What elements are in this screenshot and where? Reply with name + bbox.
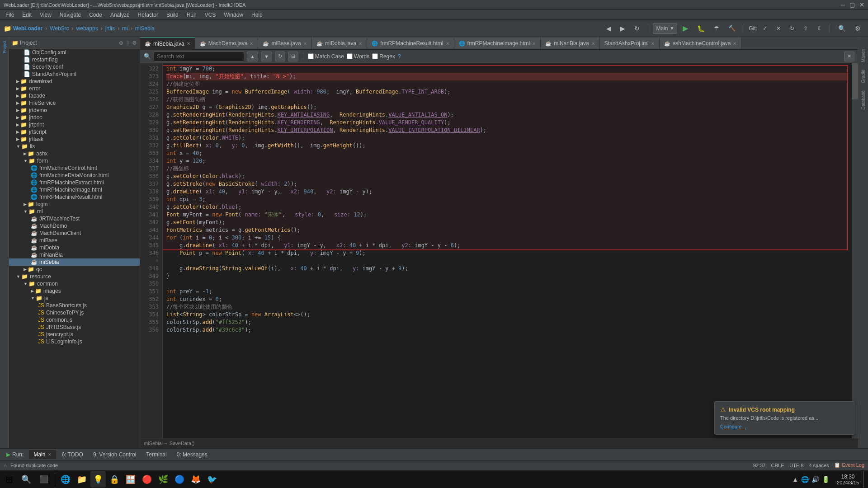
taskbar-app2[interactable]: 🪟 [123,471,138,488]
line-ending[interactable]: CRLF [771,463,784,468]
tree-item[interactable]: ☕ JRTMachineTest [9,215,140,222]
tab-close-btn[interactable]: ✕ [446,41,449,46]
menu-run[interactable]: Run [183,11,200,19]
words-option[interactable]: Words [347,53,369,60]
regex-checkbox[interactable] [372,53,378,59]
window-controls[interactable]: ─ ▢ ✕ [841,1,864,8]
tree-item[interactable]: ▶ 📁 login [9,201,140,208]
tree-item[interactable]: ▼ 📁 js [9,295,140,302]
git-x-btn[interactable]: ✕ [773,23,784,34]
tree-item[interactable]: 📄 ObjConfig.xml [9,49,140,56]
menu-window[interactable]: Window [220,11,247,19]
build-btn[interactable]: 🔨 [725,23,739,34]
tab-close-btn[interactable]: ✕ [303,41,307,46]
tree-item[interactable]: 🌐 frmRPMachineExtract.html [9,179,140,186]
menu-file[interactable]: File [2,11,18,19]
toolbar-mi[interactable]: mi [122,25,128,32]
toolbar-misebia[interactable]: miSebia [135,25,155,32]
tray-battery-icon[interactable]: 🔋 [822,476,830,483]
tree-item[interactable]: ▶ 📁 facade [9,92,140,99]
taskbar-files[interactable]: 📁 [74,471,90,488]
tree-item[interactable]: ▶ 📁 jrttask [9,136,140,143]
tree-item[interactable]: JS ChineseToPY.js [9,309,140,316]
notif-configure-link[interactable]: Configure... [720,424,746,429]
tree-item[interactable]: JS BaseShortcuts.js [9,302,140,309]
tab-close-btn[interactable]: ✕ [532,41,536,46]
tree-item[interactable]: ☕ miBase [9,237,140,244]
run-config-selector[interactable]: Main ▼ [653,23,677,34]
tab-misebia[interactable]: ☕ miSebia.java ✕ [140,38,195,49]
tab-machdemo[interactable]: ☕ MachDemo.java ✕ [195,38,259,49]
tree-item[interactable]: JS JRTBSBase.js [9,324,140,331]
find-close-btn[interactable]: ✕ [844,52,854,61]
settings-btn[interactable]: ⚙ [851,23,864,34]
start-btn[interactable]: ⊞ [2,471,17,488]
run-btn[interactable]: ▶ [679,23,692,34]
tree-item[interactable]: ▶ 📁 FileService [9,99,140,107]
tab-close-btn[interactable]: ✕ [250,41,253,46]
show-desktop-btn[interactable] [863,471,866,488]
git-arrow-btn[interactable]: ⇧ [800,23,811,34]
tree-item[interactable]: JS common.js [9,316,140,324]
scroll-thumb[interactable] [852,63,858,99]
bottom-tab-todo[interactable]: 6: TODO [57,450,88,459]
bottom-tab-run[interactable]: ▶ Run: [2,450,28,459]
tab-frm-image[interactable]: 🌐 frmRPMachineImage.html ✕ [454,38,541,49]
sidebar-settings-btn[interactable]: ⚙ [132,40,137,46]
taskbar-app1[interactable]: 🔒 [107,471,122,488]
tree-item[interactable]: 🌐 frmRPMachineResult.html [9,193,140,201]
tree-item[interactable]: 🌐 frmMachineDataMonitor.html [9,172,140,179]
tree-item[interactable]: 📄 restart.flag [9,56,140,63]
tree-item[interactable]: JS LISLoginInfo.js [9,338,140,345]
event-log-btn[interactable]: 📋 Event Log [834,462,864,468]
toolbar-jrtlis[interactable]: jrtlis [105,25,115,32]
words-checkbox[interactable] [347,53,353,59]
tree-item-mi[interactable]: ▼ 📁 mi [9,208,140,215]
tab-close-btn[interactable]: ✕ [591,41,595,46]
tree-item[interactable]: ▶ 📁 jrtdoc [9,114,140,121]
indent[interactable]: 4 spaces [809,463,829,468]
gradle-tab-icon[interactable]: Gradle [860,67,867,86]
taskbar-edge[interactable]: 🌐 [58,471,73,488]
tab-close[interactable]: ✕ [48,452,52,457]
bottom-tab-version-control[interactable]: 9: Version Control [89,450,141,459]
tree-item-lis[interactable]: ▼ 📁 lis [9,143,140,150]
tab-close-btn[interactable]: ✕ [733,41,736,46]
close-btn[interactable]: ✕ [859,1,864,8]
tree-item[interactable]: 🌐 frmMachineControl.html [9,164,140,172]
tab-standashx[interactable]: StandAshxProj.iml ✕ [600,38,660,49]
tab-close-btn[interactable]: ✕ [651,41,655,46]
tree-item-misebia-selected[interactable]: ☕ miSebia [9,258,140,266]
tab-close-btn[interactable]: ✕ [359,41,362,46]
match-case-checkbox[interactable] [308,53,314,59]
tree-item[interactable]: 🌐 frmRPMachineImage.html [9,186,140,193]
code-content[interactable]: int imgY = 700; Trace(mi, img, "开始绘图", t… [163,63,852,438]
charset[interactable]: UTF-8 [789,463,803,468]
database-tab-icon[interactable]: Database [860,88,867,113]
minimize-btn[interactable]: ─ [841,1,845,8]
toolbar-websrc[interactable]: WebSrc [50,25,69,32]
tab-minanbia[interactable]: ☕ miNanBia.java ✕ [541,38,599,49]
menu-view[interactable]: View [36,11,55,19]
taskbar-app5[interactable]: 🔵 [172,471,187,488]
menu-edit[interactable]: Edit [19,11,35,19]
tree-item[interactable]: ☕ miNanBia [9,251,140,258]
find-refresh[interactable]: ↻ [275,52,285,61]
taskbar-app7[interactable]: 🐦 [204,471,220,488]
search-everywhere-btn[interactable]: 🔍 [835,23,849,34]
tree-item[interactable]: ☕ MachDemoClient [9,230,140,237]
tree-item[interactable]: ▶ 📁 jrtdemo [9,107,140,114]
tree-item[interactable]: ▶ 📁 jrtscript [9,128,140,136]
tree-item[interactable]: ▶ 📁 ashx [9,150,140,157]
tree-item[interactable]: ☕ miDobia [9,244,140,251]
search-btn[interactable]: 🔍 [18,471,35,488]
menu-analyze[interactable]: Analyze [107,11,133,19]
sidebar-collapse-btn[interactable]: ≡ [126,40,129,46]
find-nav-down[interactable]: ▼ [261,52,272,61]
tree-item[interactable]: ▶ 📁 qc [9,266,140,273]
match-case-option[interactable]: Match Case [308,53,344,60]
tab-ashmachine[interactable]: ☕ ashMachineControl.java ✕ [660,38,742,49]
clock-area[interactable]: 18:30 2024/3/15 [833,474,863,485]
tree-item[interactable]: ▼ 📁 common [9,280,140,287]
refresh-btn[interactable]: ↻ [631,23,643,34]
